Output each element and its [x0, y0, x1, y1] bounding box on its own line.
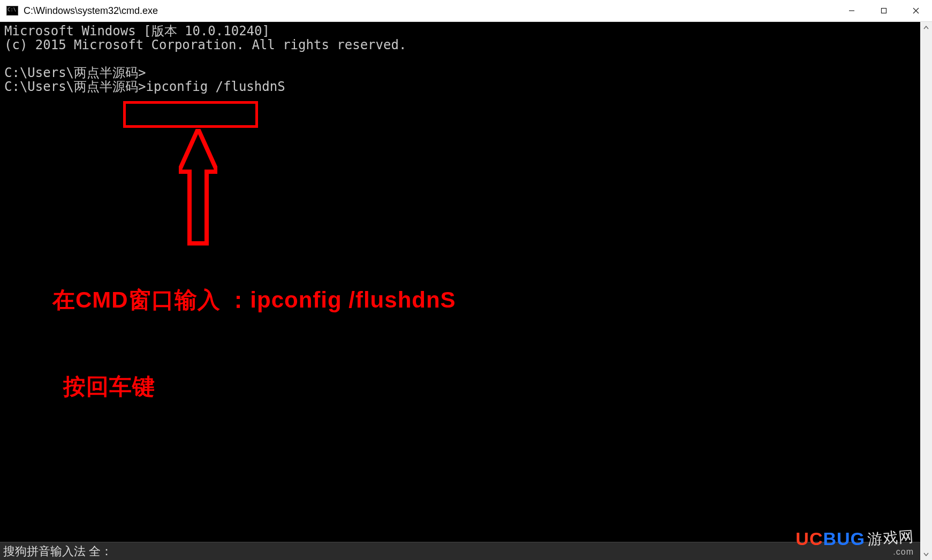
titlebar[interactable]: C:\Windows\system32\cmd.exe: [0, 0, 932, 22]
console-prompt: C:\Users\两点半源码>: [4, 65, 146, 80]
maximize-icon: [881, 7, 887, 14]
minimize-icon: [848, 7, 855, 14]
console-line: Microsoft Windows [版本 10.0.10240]: [4, 24, 270, 39]
chevron-up-icon: [923, 25, 929, 30]
client-area: Microsoft Windows [版本 10.0.10240] (c) 20…: [0, 22, 932, 560]
annotation-instruction: 在CMD窗口输入 ：ipconfig /flushdnS: [52, 285, 456, 315]
maximize-button[interactable]: [868, 0, 900, 21]
typed-command: ipconfig /flushdnS: [146, 80, 285, 94]
scroll-track[interactable]: [920, 34, 932, 548]
vertical-scrollbar[interactable]: [920, 22, 932, 560]
console-prompt: C:\Users\两点半源码>: [4, 79, 146, 94]
minimize-button[interactable]: [836, 0, 868, 21]
ime-bar[interactable]: 搜狗拼音输入法 全：: [0, 542, 920, 560]
cmd-icon: [6, 6, 18, 16]
close-icon: [913, 7, 919, 14]
console-line: (c) 2015 Microsoft Corporation. All righ…: [4, 37, 406, 52]
chevron-down-icon: [923, 551, 929, 557]
close-button[interactable]: [900, 0, 932, 21]
ime-text: 搜狗拼音输入法 全：: [3, 544, 112, 558]
window-controls: [836, 0, 932, 21]
cmd-window: C:\Windows\system32\cmd.exe Microsoft Wi…: [0, 0, 932, 560]
svg-rect-1: [882, 9, 886, 13]
scroll-down-button[interactable]: [920, 548, 932, 560]
annotation-enter: 按回车键: [63, 372, 155, 402]
window-title: C:\Windows\system32\cmd.exe: [24, 5, 158, 17]
scroll-up-button[interactable]: [920, 22, 932, 34]
